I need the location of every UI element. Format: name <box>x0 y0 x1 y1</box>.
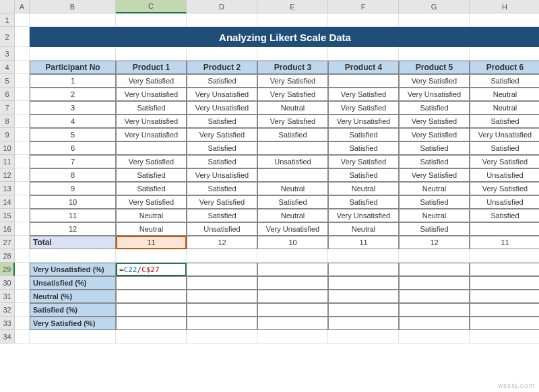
data-cell-r11-c0[interactable]: 12 <box>30 222 116 236</box>
data-cell-r7-c3[interactable] <box>257 168 328 182</box>
data-cell-r3-c5[interactable]: Very Satisfied <box>399 115 470 128</box>
column-header-C[interactable]: C <box>116 0 187 13</box>
row-header-14[interactable]: 14 <box>0 195 15 209</box>
data-cell-r2-c1[interactable]: Satisfied <box>116 101 187 115</box>
cell-D3[interactable] <box>187 47 257 61</box>
data-cell-r9-c1[interactable]: Very Satisfied <box>116 195 187 209</box>
cell-F34[interactable] <box>328 330 399 344</box>
row-header-12[interactable]: 12 <box>0 168 15 182</box>
cell-A28[interactable] <box>15 249 30 263</box>
total-G[interactable]: 12 <box>399 236 470 249</box>
cell-A14[interactable] <box>15 195 30 209</box>
column-header-D[interactable]: D <box>187 0 257 13</box>
total-C[interactable]: 11 <box>116 236 187 249</box>
data-cell-r1-c4[interactable]: Very Satisfied <box>328 88 399 101</box>
cell-F1[interactable] <box>328 13 399 27</box>
row-header-13[interactable]: 13 <box>0 182 15 195</box>
data-cell-r6-c3[interactable]: Unsatisfied <box>257 155 328 168</box>
data-cell-r11-c1[interactable]: Neutral <box>116 222 187 236</box>
pct-cell-D33[interactable] <box>187 317 257 330</box>
data-cell-r8-c1[interactable]: Satisfied <box>116 182 187 195</box>
pct-cell-D31[interactable] <box>187 290 257 303</box>
data-cell-r3-c6[interactable]: Satisfied <box>470 115 539 128</box>
row-header-29[interactable]: 29 <box>0 263 15 276</box>
row-header-4[interactable]: 4 <box>0 61 15 74</box>
cell-A29[interactable] <box>15 263 30 276</box>
cell-A5[interactable] <box>15 74 30 88</box>
cell-B1[interactable] <box>30 13 116 27</box>
cell-E28[interactable] <box>257 249 328 263</box>
column-header-A[interactable]: A <box>15 0 30 13</box>
data-cell-r10-c5[interactable]: Neutral <box>399 209 470 222</box>
cell-E34[interactable] <box>257 330 328 344</box>
cell-D28[interactable] <box>187 249 257 263</box>
cell-A10[interactable] <box>15 141 30 155</box>
row-header-30[interactable]: 30 <box>0 276 15 290</box>
pct-cell-G29[interactable] <box>399 263 470 276</box>
data-cell-r0-c0[interactable]: 1 <box>30 74 116 88</box>
cell-G3[interactable] <box>399 47 470 61</box>
pct-cell-C31[interactable] <box>116 290 187 303</box>
pct-cell-D30[interactable] <box>187 276 257 290</box>
total-F[interactable]: 11 <box>328 236 399 249</box>
data-cell-r7-c5[interactable]: Very Satisfied <box>399 168 470 182</box>
pct-cell-E31[interactable] <box>257 290 328 303</box>
cell-C28[interactable] <box>116 249 187 263</box>
row-header-6[interactable]: 6 <box>0 88 15 101</box>
column-header-F[interactable]: F <box>328 0 399 13</box>
data-cell-r4-c4[interactable]: Satisfied <box>328 128 399 141</box>
data-cell-r3-c0[interactable]: 4 <box>30 115 116 128</box>
data-cell-r9-c6[interactable]: Unsatisfied <box>470 195 539 209</box>
cell-H28[interactable] <box>470 249 539 263</box>
pct-cell-D29[interactable] <box>187 263 257 276</box>
data-cell-r0-c6[interactable]: Satisfied <box>470 74 539 88</box>
cell-B28[interactable] <box>30 249 116 263</box>
data-cell-r4-c0[interactable]: 5 <box>30 128 116 141</box>
pct-cell-C33[interactable] <box>116 317 187 330</box>
data-cell-r5-c1[interactable] <box>116 141 187 155</box>
data-cell-r0-c5[interactable]: Very Satisfied <box>399 74 470 88</box>
cell-H1[interactable] <box>470 13 539 27</box>
pct-cell-C32[interactable] <box>116 303 187 317</box>
data-cell-r8-c5[interactable]: Neutral <box>399 182 470 195</box>
pct-cell-H29[interactable] <box>470 263 539 276</box>
cell-C34[interactable] <box>116 330 187 344</box>
data-cell-r5-c6[interactable]: Satisfied <box>470 141 539 155</box>
data-cell-r6-c4[interactable]: Very Satisfied <box>328 155 399 168</box>
pct-cell-G30[interactable] <box>399 276 470 290</box>
data-cell-r1-c5[interactable]: Very Unsatisfied <box>399 88 470 101</box>
pct-cell-E30[interactable] <box>257 276 328 290</box>
row-header-33[interactable]: 33 <box>0 317 15 330</box>
row-header-1[interactable]: 1 <box>0 13 15 27</box>
pct-cell-H32[interactable] <box>470 303 539 317</box>
pct-cell-D32[interactable] <box>187 303 257 317</box>
data-cell-r5-c2[interactable]: Satisfied <box>187 141 257 155</box>
cell-A7[interactable] <box>15 101 30 115</box>
data-cell-r6-c1[interactable]: Very Satisfied <box>116 155 187 168</box>
row-header-9[interactable]: 9 <box>0 128 15 141</box>
data-cell-r1-c3[interactable]: Very Satisfied <box>257 88 328 101</box>
cell-A9[interactable] <box>15 128 30 141</box>
data-cell-r11-c5[interactable]: Satisfied <box>399 222 470 236</box>
cell-A34[interactable] <box>15 330 30 344</box>
pct-cell-F31[interactable] <box>328 290 399 303</box>
data-cell-r3-c1[interactable]: Very Unsatisfied <box>116 115 187 128</box>
cell-C3[interactable] <box>116 47 187 61</box>
row-header-28[interactable]: 28 <box>0 249 15 263</box>
data-cell-r9-c0[interactable]: 10 <box>30 195 116 209</box>
data-cell-r10-c6[interactable]: Satisfied <box>470 209 539 222</box>
column-header-E[interactable]: E <box>257 0 328 13</box>
data-cell-r5-c3[interactable] <box>257 141 328 155</box>
total-H[interactable]: 11 <box>470 236 539 249</box>
cell-A8[interactable] <box>15 115 30 128</box>
data-cell-r6-c0[interactable]: 7 <box>30 155 116 168</box>
data-cell-r11-c6[interactable] <box>470 222 539 236</box>
data-cell-r2-c4[interactable]: Very Satisfied <box>328 101 399 115</box>
data-cell-r2-c6[interactable]: Neutral <box>470 101 539 115</box>
data-cell-r2-c2[interactable]: Very Unsatisfied <box>187 101 257 115</box>
data-cell-r11-c2[interactable]: Unsatisfied <box>187 222 257 236</box>
row-header-11[interactable]: 11 <box>0 155 15 168</box>
row-header-3[interactable]: 3 <box>0 47 15 61</box>
data-cell-r3-c3[interactable]: Very Satisfied <box>257 115 328 128</box>
pct-cell-F30[interactable] <box>328 276 399 290</box>
